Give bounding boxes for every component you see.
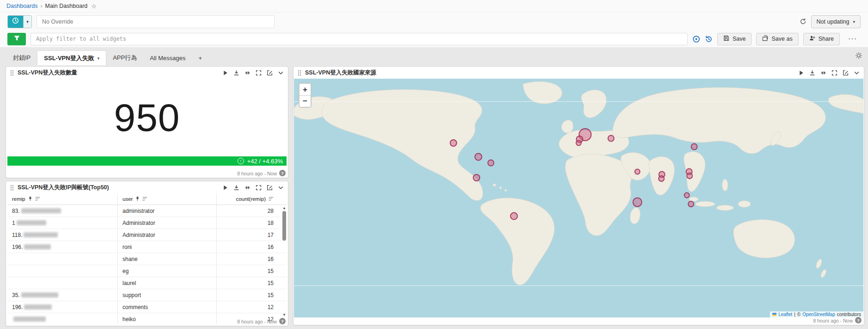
more-options-icon[interactable]: ···: [844, 35, 861, 43]
download-icon[interactable]: [233, 70, 239, 76]
time-override-value: No Override: [42, 19, 73, 25]
favorite-star-icon[interactable]: ☆: [91, 3, 97, 10]
user-cell: roni: [117, 241, 216, 253]
remip-prefix: 83.: [12, 208, 20, 214]
sort-filter-icon[interactable]: [142, 196, 147, 202]
time-override-display[interactable]: No Override: [37, 15, 275, 28]
time-range-button-group: ▾: [7, 15, 32, 28]
play-icon[interactable]: [798, 70, 804, 76]
table-row[interactable]: 196.comments12: [7, 301, 287, 313]
filter-button[interactable]: [7, 33, 26, 45]
refresh-config-icon[interactable]: [800, 18, 807, 25]
user-cell: administrator: [117, 205, 216, 217]
help-icon[interactable]: ?: [855, 317, 862, 323]
refresh-interval-dropdown[interactable]: Not updating ▾: [811, 15, 861, 28]
save-as-button[interactable]: Save as: [756, 33, 798, 45]
play-icon[interactable]: [222, 70, 228, 76]
map-point[interactable]: [684, 192, 690, 199]
swap-arrows-icon[interactable]: [245, 185, 251, 191]
table-row[interactable]: 1Administrator18: [7, 217, 287, 229]
column-header-count(remip)[interactable]: count(remip): [216, 193, 287, 205]
map-point[interactable]: [576, 140, 582, 146]
table-row[interactable]: eg15: [7, 265, 287, 277]
map-gridline: [294, 286, 863, 286]
download-icon[interactable]: [809, 70, 815, 76]
map-point[interactable]: [688, 201, 694, 207]
table-row[interactable]: 196.roni16: [7, 241, 287, 253]
edit-widget-icon[interactable]: [267, 70, 273, 76]
map-point[interactable]: [691, 143, 698, 150]
pin-icon[interactable]: [135, 196, 140, 202]
fullscreen-icon[interactable]: [256, 185, 262, 191]
world-map[interactable]: + − Leaflet | © OpenStreetMap contributo…: [294, 79, 863, 317]
count-widget-title: SSL-VPN登入失敗數量: [18, 69, 77, 77]
column-header-remip[interactable]: remip: [7, 193, 117, 205]
add-tab-button[interactable]: +: [192, 50, 209, 65]
map-point[interactable]: [634, 168, 640, 174]
map-point[interactable]: [686, 173, 693, 179]
save-button[interactable]: Save: [717, 33, 752, 45]
pin-icon[interactable]: [28, 196, 32, 202]
time-range-caret-button[interactable]: ▾: [23, 16, 31, 28]
tab-SSL-VPN登入失敗[interactable]: SSL-VPN登入失敗▾: [37, 50, 106, 65]
history-icon[interactable]: [705, 35, 713, 43]
drag-handle-icon[interactable]: [298, 70, 301, 76]
map-point[interactable]: [608, 135, 615, 142]
breadcrumb-dashboards-link[interactable]: Dashboards: [6, 3, 37, 9]
sort-filter-icon[interactable]: [35, 196, 40, 202]
map-point[interactable]: [510, 212, 518, 220]
fullscreen-icon[interactable]: [831, 70, 837, 76]
fullscreen-icon[interactable]: [256, 70, 262, 76]
openstreetmap-link[interactable]: OpenStreetMap: [802, 312, 835, 317]
sort-filter-icon[interactable]: [269, 196, 274, 202]
tab-APP行為[interactable]: APP行為: [106, 50, 143, 65]
swap-arrows-icon[interactable]: [820, 70, 826, 76]
table-row[interactable]: 118.Administrator17: [7, 229, 287, 241]
zoom-out-button[interactable]: −: [300, 95, 311, 107]
edit-widget-icon[interactable]: [267, 185, 273, 191]
save-as-icon: [762, 35, 768, 43]
dashboard-app: Dashboards › Main Dashboard ☆ ▾ No Overr…: [0, 0, 868, 329]
drag-handle-icon[interactable]: [10, 70, 14, 76]
bullseye-icon[interactable]: [692, 35, 700, 43]
map-point[interactable]: [473, 174, 480, 181]
redacted-ip: [24, 244, 51, 249]
tab-All Messages[interactable]: All Messages: [143, 50, 192, 65]
count-cell: 16: [216, 253, 287, 265]
share-label: Share: [819, 36, 834, 42]
leaflet-flag-icon: [772, 313, 776, 316]
map-point[interactable]: [450, 139, 457, 147]
chevron-down-icon[interactable]: [278, 70, 284, 76]
map-point[interactable]: [475, 153, 483, 161]
play-icon[interactable]: [222, 185, 228, 191]
map-point[interactable]: [632, 198, 642, 207]
tab-label: All Messages: [150, 55, 185, 62]
help-icon[interactable]: ?: [279, 170, 286, 176]
time-range-button[interactable]: [8, 16, 23, 28]
column-header-user[interactable]: user: [117, 193, 216, 205]
scrollbar-thumb[interactable]: [282, 211, 286, 241]
help-icon[interactable]: ?: [279, 318, 286, 324]
table-row[interactable]: 35.support15: [7, 289, 287, 301]
tab-label: APP行為: [113, 54, 137, 62]
gear-icon[interactable]: [855, 52, 862, 61]
edit-widget-icon[interactable]: [843, 70, 849, 76]
redacted-ip: [24, 232, 58, 237]
share-button[interactable]: Share: [803, 33, 840, 45]
table-row[interactable]: shane16: [7, 253, 287, 265]
table-scrollbar[interactable]: [282, 206, 286, 314]
leaflet-link[interactable]: Leaflet: [778, 312, 792, 317]
chevron-down-icon[interactable]: [278, 185, 284, 191]
map-point[interactable]: [658, 175, 665, 182]
tab-封鎖IP[interactable]: 封鎖IP: [6, 50, 37, 65]
filter-input[interactable]: [31, 33, 688, 45]
drag-handle-icon[interactable]: [10, 185, 14, 191]
download-icon[interactable]: [233, 185, 239, 191]
scroll-down-icon[interactable]: ▼: [282, 313, 286, 317]
chevron-down-icon[interactable]: [854, 70, 860, 76]
zoom-in-button[interactable]: +: [300, 84, 311, 95]
table-row[interactable]: laurel15: [7, 277, 287, 289]
map-point[interactable]: [488, 159, 495, 166]
table-row[interactable]: 83.administrator28: [7, 205, 287, 217]
swap-arrows-icon[interactable]: [245, 70, 251, 76]
